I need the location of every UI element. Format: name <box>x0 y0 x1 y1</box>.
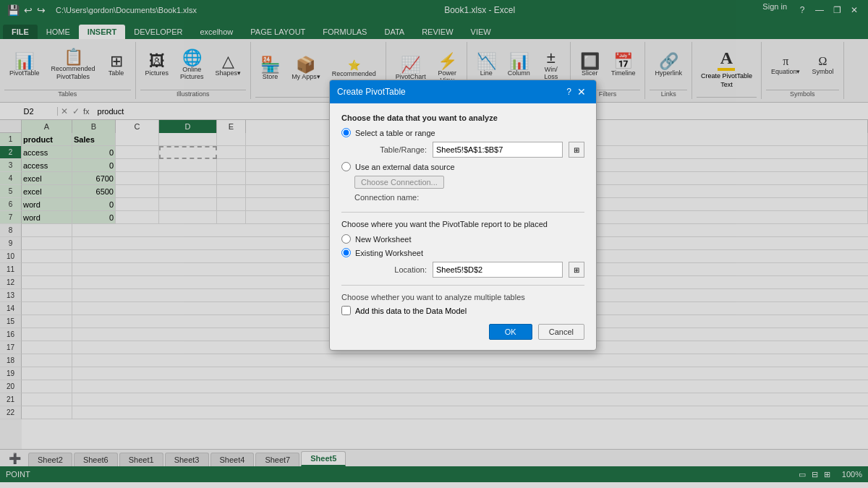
dialog-overlay: Create PivotTable ? ✕ Choose the data th… <box>0 0 868 488</box>
table-range-label: Table/Range: <box>354 145 427 154</box>
location-input[interactable] <box>433 262 563 278</box>
radio-new-worksheet-label[interactable]: New Worksheet <box>355 235 411 244</box>
radio-select-table[interactable] <box>341 128 351 137</box>
dialog-title-actions: ? ✕ <box>566 85 589 99</box>
create-pivot-table-dialog: Create PivotTable ? ✕ Choose the data th… <box>329 80 597 351</box>
cancel-button[interactable]: Cancel <box>538 324 584 340</box>
choose-data-title: Choose the data that you want to analyze <box>341 114 584 122</box>
radio-row-new-worksheet: New Worksheet <box>341 234 584 244</box>
dialog-title: Create PivotTable <box>337 87 406 97</box>
table-range-collapse-button[interactable]: ⊞ <box>569 142 584 158</box>
ok-button[interactable]: OK <box>489 324 532 340</box>
location-row: Location: ⊞ <box>354 262 584 278</box>
dialog-help-button[interactable]: ? <box>566 87 571 97</box>
radio-existing-worksheet[interactable] <box>341 248 351 257</box>
dialog-divider-1 <box>341 212 584 213</box>
radio-row-external: Use an external data source <box>341 162 584 171</box>
radio-external-label[interactable]: Use an external data source <box>355 163 455 171</box>
data-model-label[interactable]: Add this data to the Data Model <box>355 307 467 315</box>
choose-connection-row: Choose Connection... <box>354 176 584 189</box>
radio-row-existing-worksheet: Existing Worksheet <box>341 248 584 257</box>
data-model-checkbox[interactable] <box>341 306 351 315</box>
table-range-row: Table/Range: ⊞ <box>354 142 584 158</box>
choose-placement-title: Choose where you want the PivotTable rep… <box>341 220 584 228</box>
connection-name-label: Connection name: <box>354 193 584 202</box>
table-range-input[interactable] <box>433 142 563 158</box>
radio-external-source[interactable] <box>341 162 351 171</box>
multiple-tables-title: Choose whether you want to analyze multi… <box>341 293 584 301</box>
location-collapse-button[interactable]: ⊞ <box>569 262 584 278</box>
choose-connection-button[interactable]: Choose Connection... <box>354 176 444 189</box>
radio-existing-worksheet-label[interactable]: Existing Worksheet <box>355 249 423 257</box>
data-model-row: Add this data to the Data Model <box>341 306 584 315</box>
radio-new-worksheet[interactable] <box>341 234 351 244</box>
radio-row-select-table: Select a table or range <box>341 128 584 137</box>
radio-select-table-label[interactable]: Select a table or range <box>355 129 435 137</box>
location-label: Location: <box>354 265 427 274</box>
dialog-divider-2 <box>341 285 584 286</box>
dialog-title-bar: Create PivotTable ? ✕ <box>330 80 596 103</box>
dialog-buttons: OK Cancel <box>341 324 584 340</box>
dialog-body: Choose the data that you want to analyze… <box>330 103 596 350</box>
dialog-close-button[interactable]: ✕ <box>574 85 589 99</box>
